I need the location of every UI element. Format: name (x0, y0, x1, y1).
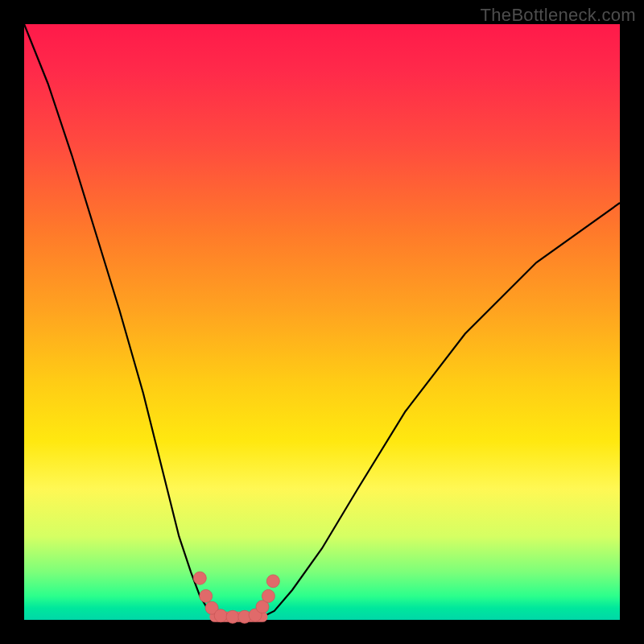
right-curve (262, 203, 620, 617)
marker-dot (214, 609, 227, 622)
marker-dot (266, 575, 279, 588)
plot-area (24, 24, 620, 620)
marker-dot (193, 572, 206, 584)
watermark-text: TheBottleneck.com (481, 5, 636, 26)
chart-frame: TheBottleneck.com (0, 0, 644, 644)
marker-dot (262, 589, 275, 602)
curve-svg (24, 24, 620, 620)
marker-dot (226, 610, 239, 623)
left-curve (24, 24, 221, 617)
marker-dot (200, 589, 213, 602)
